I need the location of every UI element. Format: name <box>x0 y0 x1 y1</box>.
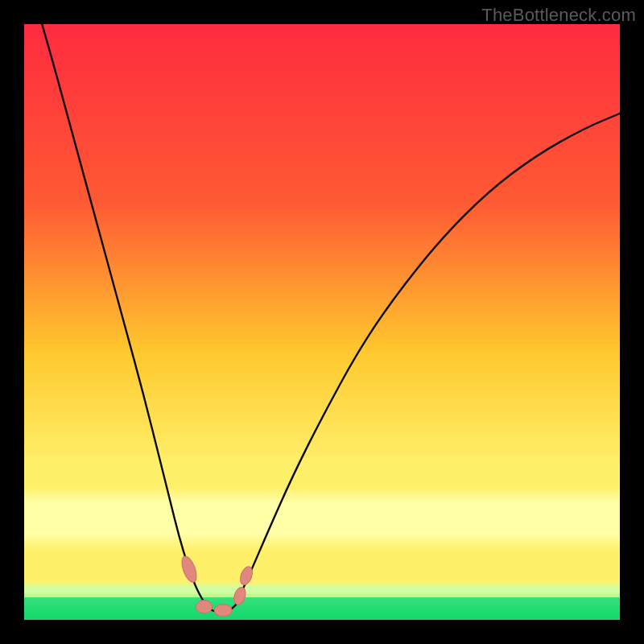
watermark-text: TheBottleneck.com <box>481 5 636 26</box>
curve-marker-1 <box>196 601 213 613</box>
bottleneck-curve <box>42 24 620 613</box>
curve-marker-2 <box>214 605 232 617</box>
curve-layer <box>24 24 620 620</box>
curve-marker-3 <box>232 586 248 606</box>
curve-marker-0 <box>179 555 200 584</box>
